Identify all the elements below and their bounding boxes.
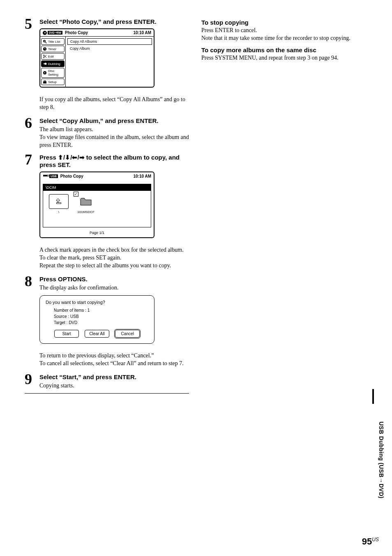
copy-more-heading: To copy more albums on the same disc xyxy=(201,46,366,53)
menu-option-copy-album[interactable]: Copy Album xyxy=(67,46,152,51)
stop-copying-heading: To stop copying xyxy=(201,19,366,26)
step-5-title: Select “Photo Copy,” and press ENTER. xyxy=(39,18,189,25)
side-tab-marker xyxy=(372,389,374,404)
svg-line-2 xyxy=(46,42,47,44)
sidebar-label: Setup xyxy=(48,80,57,84)
sidebar-label: Title List xyxy=(48,40,60,44)
start-button[interactable]: Start xyxy=(54,330,79,338)
step-7-note: A check mark appears in the check box fo… xyxy=(39,246,189,270)
album-select-screen: USB Photo Copy 10:10 AM \DCIM xyxy=(39,171,154,238)
step-6-title: Select “Copy Album,” and press ENTER. xyxy=(39,117,189,124)
clock-display: 10:10 AM xyxy=(133,174,151,178)
sidebar-label: Edit xyxy=(48,55,54,58)
svg-rect-13 xyxy=(43,175,47,176)
step-7-title: Press ⬆/⬇/⬅/➡ to select the album to cop… xyxy=(39,154,189,168)
step-7-number: 7 xyxy=(25,152,35,243)
sidebar-label: Dubbing xyxy=(48,62,60,66)
svg-point-1 xyxy=(44,41,45,42)
toolbox-icon xyxy=(43,80,47,84)
folder-breadcrumb: \DCIM xyxy=(43,184,151,191)
album-checkbox[interactable]: ✓ xyxy=(74,192,78,197)
up-folder-icon xyxy=(55,198,62,205)
photo-copy-menu-screen: DVD +RW Photo Copy 10:10 AM Title List xyxy=(39,28,154,88)
sidebar-item-setup[interactable]: Setup xyxy=(41,79,65,85)
svg-line-7 xyxy=(44,55,47,57)
copy-more-body: Press SYSTEM MENU, and repeat from step … xyxy=(201,54,366,62)
right-arrow-icon: → xyxy=(378,477,385,484)
step-9-body: Copying starts. xyxy=(39,382,189,390)
stop-copying-body: Press ENTER to cancel. Note that it may … xyxy=(201,27,366,42)
screen-title: Photo Copy xyxy=(65,30,88,35)
dialog-target: Target : DVD xyxy=(54,320,148,326)
svg-rect-15 xyxy=(57,203,61,204)
usb-badge: USB xyxy=(49,174,58,178)
step-9-title: Select “Start,” and press ENTER. xyxy=(39,373,189,380)
dialog-item-count: Number of items : 1 xyxy=(54,307,148,313)
dialog-source: Source : USB xyxy=(54,313,148,320)
sidebar-item-title-list[interactable]: Title List xyxy=(41,38,65,45)
step-9-number: 9 xyxy=(25,372,35,390)
svg-rect-14 xyxy=(47,175,49,176)
usb-plug-icon xyxy=(43,174,49,178)
sidebar-label: Timer xyxy=(48,47,56,51)
scissors-icon xyxy=(43,54,47,58)
page-number: 95US xyxy=(362,536,379,547)
direction-arrow-icons: ⬆/⬇/⬅/➡ xyxy=(58,154,85,161)
step-8-title: Press OPTIONS. xyxy=(39,276,189,283)
magnifier-icon xyxy=(43,39,47,44)
album-folder-item[interactable]: ✓ 101MSDCF xyxy=(74,194,97,214)
system-side-menu: Title List Timer xyxy=(40,37,66,87)
sidebar-item-timer[interactable]: Timer xyxy=(41,46,65,52)
step-8-body: The display asks for confirmation. xyxy=(39,284,189,292)
up-folder-label: \ xyxy=(47,210,70,214)
svg-line-6 xyxy=(44,56,47,58)
section-divider xyxy=(25,393,189,394)
clear-all-button[interactable]: Clear All xyxy=(85,330,109,338)
step-5-number: 5 xyxy=(25,16,35,93)
sidebar-item-disc-setting[interactable]: Disc Setting xyxy=(41,68,65,78)
disc-icon: DVD +RW xyxy=(43,31,62,35)
clock-display: 10:10 AM xyxy=(133,30,151,35)
sidebar-item-dubbing[interactable]: Dubbing xyxy=(41,60,65,67)
step-5-note: If you copy all the albums, select “Copy… xyxy=(39,96,189,111)
screen-title: Photo Copy xyxy=(60,174,83,178)
step-8-number: 8 xyxy=(25,274,35,349)
sidebar-label: Disc Setting xyxy=(48,69,63,76)
dubbing-arrow-icon xyxy=(43,62,47,66)
step-6-number: 6 xyxy=(25,116,35,149)
confirm-copy-dialog: Do you want to start copying? Number of … xyxy=(39,295,154,344)
svg-rect-11 xyxy=(43,81,46,83)
step-6-body: The album list appears. To view image fi… xyxy=(39,126,189,149)
step-8-note: To return to the previous display, selec… xyxy=(39,352,189,368)
side-tab-label: USB Dubbing (USB → DVD) xyxy=(378,422,385,498)
svg-rect-12 xyxy=(44,81,46,81)
sidebar-item-edit[interactable]: Edit xyxy=(41,53,65,60)
folder-icon xyxy=(80,197,92,206)
folder-up-item[interactable]: \ xyxy=(47,194,70,214)
album-folder-label: 101MSDCF xyxy=(74,210,97,214)
cancel-button[interactable]: Cancel xyxy=(115,330,140,338)
menu-option-copy-all-albums[interactable]: Copy All Albums xyxy=(67,38,152,45)
svg-point-10 xyxy=(44,72,45,73)
clock-icon xyxy=(43,47,47,51)
dialog-question: Do you want to start copying? xyxy=(46,300,148,305)
page-indicator: Page 1/1 xyxy=(40,229,154,237)
disc-setting-icon xyxy=(43,71,47,75)
